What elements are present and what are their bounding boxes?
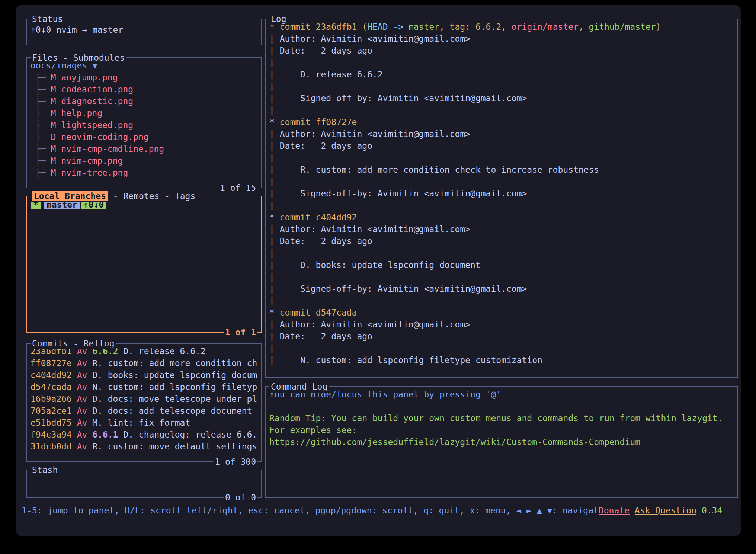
command-log-line (269, 400, 734, 412)
file-entry[interactable]: ├─ M anyjump.png (31, 71, 257, 83)
statusbar-spacer (696, 506, 702, 515)
command-log-line: https://github.com/jesseduffield/lazygit… (269, 436, 734, 448)
commit-hash: c404dd92 (31, 370, 77, 380)
commit-message: D. docs: move telescope under pl (92, 394, 257, 404)
command-log-panel-title: Command Log (269, 381, 329, 393)
log-line: | (269, 80, 734, 92)
ask-question-link[interactable]: Ask Question (635, 506, 696, 515)
tree-connector: ├─ (35, 73, 51, 82)
command-log-line: You can hide/focus this panel by pressin… (269, 388, 734, 400)
commit-hash: d547cada (31, 382, 77, 392)
files-panel[interactable]: Files - Submodules docs/images ▼ ├─ M an… (26, 57, 262, 188)
keybindings-bar: 1-5: jump to panel, H/L: scroll left/rig… (22, 505, 734, 517)
log-panel-title: Log (269, 13, 288, 25)
file-name: diagnostic.png (61, 96, 133, 106)
commits-count: 1 of 300 (213, 456, 257, 468)
commit-hash: ff08727e (31, 358, 77, 368)
status-panel-title: Status (31, 13, 64, 25)
log-lines: * commit 23a6dfb1 (HEAD -> master, tag: … (269, 21, 734, 366)
file-entry[interactable]: ├─ M help.png (31, 107, 257, 119)
command-log-line: For examples see: (269, 424, 734, 436)
log-line: | Signed-off-by: Avimitin <avimitin@gmai… (269, 283, 734, 295)
log-line: | Author: Avimitin <avimitin@gmail.com> (269, 223, 734, 235)
version-label: 0.34 (702, 506, 722, 515)
log-line: * commit ff08727e (269, 116, 734, 128)
commit-message: R. custom: move default settings (92, 442, 257, 451)
log-line: | (269, 271, 734, 283)
log-line: | R. custom: add more condition check to… (269, 164, 734, 176)
commit-hash: 31dcb0dd (31, 442, 77, 451)
file-status: M (51, 144, 61, 154)
log-line: | Date: 2 days ago (269, 140, 734, 152)
log-panel[interactable]: Log * commit 23a6dfb1 (HEAD -> master, t… (265, 19, 738, 378)
commit-author: Av (77, 394, 93, 404)
commit-hash: e51bdd75 (31, 418, 77, 427)
tree-connector: ├─ (35, 96, 51, 106)
donate-link[interactable]: Donate (599, 506, 630, 515)
tree-connector: ├─ (35, 132, 51, 142)
keybinding-hints: 1-5: jump to panel, H/L: scroll left/rig… (22, 506, 599, 515)
commit-row[interactable]: f94c3a94 Av 6.6.1 D. changelog: release … (31, 429, 257, 441)
commit-row[interactable]: c404dd92 Av D. books: update lspconfig d… (31, 369, 257, 381)
file-name: nvim-cmp.png (61, 156, 123, 166)
file-status: M (51, 168, 61, 177)
commit-author: Av (77, 406, 93, 416)
tree-connector: ├─ (35, 156, 51, 166)
file-status: M (51, 96, 61, 106)
file-entry[interactable]: ├─ M codeaction.png (31, 83, 257, 95)
file-status: M (51, 84, 61, 94)
commit-tag: 6.6.1 (92, 430, 123, 439)
tree-connector: ├─ (35, 168, 51, 177)
commit-message: R. custom: add more condition ch (92, 358, 257, 368)
tree-connector: ├─ (35, 144, 51, 154)
commit-author: Av (77, 370, 93, 380)
log-line: | Date: 2 days ago (269, 235, 734, 247)
commit-author: Av (77, 430, 93, 439)
commits-list: 23a6dfb1 Av 6.6.2 D. release 6.6.2ff0872… (31, 345, 257, 452)
file-status: M (51, 156, 61, 166)
branches-panel[interactable]: Local Branches - Remotes - Tags *master↑… (26, 196, 262, 333)
commit-row[interactable]: 705a2ce1 Av D. docs: add telescope docum… (31, 405, 257, 417)
lazygit-terminal: Status ↑0↓0 nvim → master Files - Submod… (16, 5, 740, 536)
file-entry[interactable]: ├─ M nvim-cmp-cmdline.png (31, 143, 257, 155)
stash-panel[interactable]: Stash 0 of 0 (26, 470, 262, 498)
log-line: | (269, 247, 734, 259)
file-name: nvim-cmp-cmdline.png (61, 144, 164, 154)
file-name: anyjump.png (61, 73, 118, 82)
log-line: | (269, 176, 734, 188)
commits-panel-tabs[interactable]: Commits - Reflog (31, 337, 116, 349)
command-log-lines: You can hide/focus this panel by pressin… (269, 388, 734, 448)
log-line: | Date: 2 days ago (269, 45, 734, 57)
commit-row[interactable]: 16b9a266 Av D. docs: move telescope unde… (31, 393, 257, 405)
file-entry[interactable]: ├─ D neovim-coding.png (31, 131, 257, 143)
commits-panel[interactable]: Commits - Reflog 23a6dfb1 Av 6.6.2 D. re… (26, 343, 262, 462)
commit-row[interactable]: e51bdd75 Av M. lint: fix format (31, 417, 257, 429)
commit-row[interactable]: ff08727e Av R. custom: add more conditio… (31, 357, 257, 369)
command-log-panel[interactable]: Command Log You can hide/focus this pane… (265, 386, 738, 498)
commit-message: N. custom: add lspconfig filetyp (92, 382, 257, 392)
log-line: * commit d547cada (269, 307, 734, 318)
files-count: 1 of 15 (218, 182, 257, 194)
commit-row[interactable]: d547cada Av N. custom: add lspconfig fil… (31, 381, 257, 393)
commit-author: Av (77, 442, 93, 451)
status-panel[interactable]: Status ↑0↓0 nvim → master (26, 19, 262, 45)
tree-connector: ├─ (35, 84, 51, 94)
stash-count: 0 of 0 (224, 491, 257, 503)
file-entry[interactable]: ├─ M lightspeed.png (31, 119, 257, 131)
log-line: | Author: Avimitin <avimitin@gmail.com> (269, 33, 734, 45)
file-entry[interactable]: ├─ M diagnostic.png (31, 95, 257, 107)
log-line: | (269, 57, 734, 68)
commit-message: D. docs: add telescope document (92, 406, 252, 416)
commit-author: Av (77, 418, 93, 427)
commit-hash: 705a2ce1 (31, 406, 77, 416)
tab-local-branches[interactable]: Local Branches (32, 191, 108, 201)
file-entry[interactable]: ├─ M nvim-tree.png (31, 167, 257, 179)
log-line: | D. release 6.6.2 (269, 68, 734, 80)
files-panel-tabs[interactable]: Files - Submodules (31, 52, 126, 64)
repo-status-text: ↑0↓0 nvim → master (31, 24, 257, 36)
commit-author: Av (77, 358, 93, 368)
tabs-remotes-tags[interactable]: - Remotes - Tags (108, 191, 195, 201)
tree-connector: ├─ (35, 120, 51, 130)
commit-row[interactable]: 31dcb0dd Av R. custom: move default sett… (31, 441, 257, 452)
file-entry[interactable]: ├─ M nvim-cmp.png (31, 155, 257, 167)
